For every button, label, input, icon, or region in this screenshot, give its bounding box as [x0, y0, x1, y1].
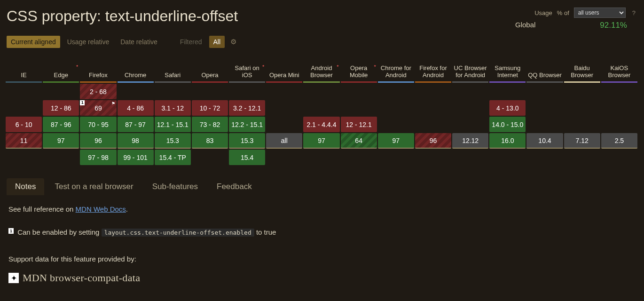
filter-date-relative[interactable]: Date relative: [116, 36, 162, 48]
support-cell[interactable]: 12.2 - 15.1: [229, 117, 265, 132]
filter-usage-relative[interactable]: Usage relative: [63, 36, 114, 48]
tab-test-on-a-real-browser[interactable]: Test on a real browser: [46, 178, 141, 195]
support-cell: [526, 100, 563, 116]
filter-current-aligned[interactable]: Current aligned: [7, 36, 60, 48]
support-cell[interactable]: 97: [43, 133, 79, 149]
support-cell[interactable]: 15.4 - TP: [155, 150, 191, 165]
support-cell[interactable]: 96: [415, 133, 451, 149]
browser-header[interactable]: KaiOS Browser: [601, 55, 637, 83]
support-data-label: Support data for this feature provided b…: [8, 253, 636, 265]
browser-header[interactable]: Chrome for Android: [378, 55, 414, 83]
browser-header[interactable]: Opera Mini: [266, 55, 302, 83]
support-cell[interactable]: 16.0: [489, 133, 526, 149]
browser-header[interactable]: UC Browser for Android: [452, 55, 488, 83]
support-cell[interactable]: 12 - 86: [43, 100, 79, 116]
support-cell[interactable]: 97 - 98: [80, 150, 116, 165]
support-cell: [341, 84, 377, 99]
mdn-logo-icon: ✦: [8, 273, 19, 283]
support-cell[interactable]: 3.1 - 12: [155, 100, 191, 116]
browser-header[interactable]: Android Browser*: [303, 55, 339, 83]
support-cell[interactable]: 169⚑: [80, 100, 116, 116]
filter-filtered[interactable]: Filtered: [176, 36, 206, 48]
support-cell[interactable]: 6 - 10: [6, 117, 42, 132]
support-cell[interactable]: 2 - 68: [80, 84, 116, 99]
browser-header[interactable]: Chrome: [118, 55, 154, 83]
browser-header[interactable]: Opera: [192, 55, 228, 83]
support-cell: [192, 150, 228, 165]
support-cell[interactable]: 73 - 82: [192, 117, 228, 132]
browser-header[interactable]: IE: [6, 55, 42, 83]
support-cell[interactable]: 4 - 13.0: [489, 100, 526, 116]
support-cell: [266, 100, 302, 116]
support-cell: [303, 150, 339, 165]
mdn-docs-link[interactable]: MDN Web Docs: [76, 205, 126, 213]
support-cell: [303, 84, 339, 99]
support-cell[interactable]: 10.4: [526, 133, 563, 149]
support-cell[interactable]: 97: [303, 133, 339, 149]
support-cell: [266, 150, 302, 165]
support-cell: [155, 84, 191, 99]
global-percent: 92.11%: [600, 21, 627, 30]
browser-header[interactable]: Safari: [155, 55, 191, 83]
support-cell[interactable]: 15.3: [155, 133, 191, 149]
support-cell[interactable]: 87 - 96: [43, 117, 79, 132]
userset-select[interactable]: all users: [574, 8, 626, 18]
support-cell[interactable]: 87 - 97: [118, 117, 154, 132]
note1-code: layout.css.text-underline-offset.enabled: [102, 229, 254, 237]
filter-all[interactable]: All: [209, 36, 225, 48]
browser-header[interactable]: Firefox for Android: [415, 55, 451, 83]
compat-data-label: MDN browser-compat-data: [23, 272, 140, 284]
support-cell[interactable]: 11: [6, 133, 42, 149]
support-cell[interactable]: 15.3: [229, 133, 265, 149]
support-cell[interactable]: 2.1 - 4.4.4: [303, 117, 339, 132]
support-cell[interactable]: 15.4: [229, 150, 265, 165]
support-cell[interactable]: 7.12: [564, 133, 600, 149]
support-cell[interactable]: 97: [378, 133, 414, 149]
help-icon[interactable]: ?: [630, 9, 637, 16]
support-cell: [452, 84, 488, 99]
gear-icon[interactable]: ⚙: [230, 38, 236, 46]
notes-ref-prefix: See full reference on: [8, 205, 76, 213]
support-cell[interactable]: 83: [192, 133, 228, 149]
support-cell: [601, 117, 637, 132]
support-cell: [415, 117, 451, 132]
usage-block: Usage % of all users ? Global 92.11%: [515, 8, 637, 30]
support-cell: [341, 100, 377, 116]
support-cell[interactable]: 70 - 95: [80, 117, 116, 132]
tab-sub-features[interactable]: Sub-features: [144, 178, 206, 195]
support-cell: [341, 150, 377, 165]
support-cell: [118, 84, 154, 99]
support-cell[interactable]: 14.0 - 15.0: [489, 117, 526, 132]
support-cell[interactable]: 64: [341, 133, 377, 149]
filter-bar: Current aligned Usage relative Date rela…: [0, 30, 644, 50]
support-cell: [564, 150, 600, 165]
browser-header[interactable]: Samsung Internet: [489, 55, 526, 83]
support-cell: [564, 100, 600, 116]
support-cell: [266, 84, 302, 99]
support-cell[interactable]: 96: [80, 133, 116, 149]
support-cell[interactable]: 12 - 12.1: [341, 117, 377, 132]
support-cell[interactable]: 12.1 - 15.1: [155, 117, 191, 132]
support-cell[interactable]: 98: [118, 133, 154, 149]
browser-header[interactable]: Safari on iOS*: [229, 55, 265, 83]
support-cell[interactable]: 4 - 86: [118, 100, 154, 116]
browser-header[interactable]: Firefox: [80, 55, 116, 83]
support-cell[interactable]: all: [266, 133, 302, 149]
support-cell: [378, 100, 414, 116]
page-title: CSS property: text-underline-offset: [7, 8, 238, 30]
support-cell[interactable]: 10 - 72: [192, 100, 228, 116]
tab-feedback[interactable]: Feedback: [208, 178, 260, 195]
support-cell[interactable]: 99 - 101: [118, 150, 154, 165]
browser-header[interactable]: Edge*: [43, 55, 79, 83]
browser-header[interactable]: Opera Mobile*: [341, 55, 377, 83]
tab-notes[interactable]: Notes: [7, 178, 44, 195]
support-cell: [229, 84, 265, 99]
browser-header[interactable]: QQ Browser: [526, 55, 563, 83]
support-cell[interactable]: 12.12: [452, 133, 488, 149]
browser-header[interactable]: Baidu Browser: [564, 55, 600, 83]
support-cell: [43, 150, 79, 165]
support-cell: [564, 117, 600, 132]
support-cell[interactable]: 3.2 - 12.1: [229, 100, 265, 116]
support-cell[interactable]: 2.5: [601, 133, 637, 149]
support-cell: [601, 100, 637, 116]
